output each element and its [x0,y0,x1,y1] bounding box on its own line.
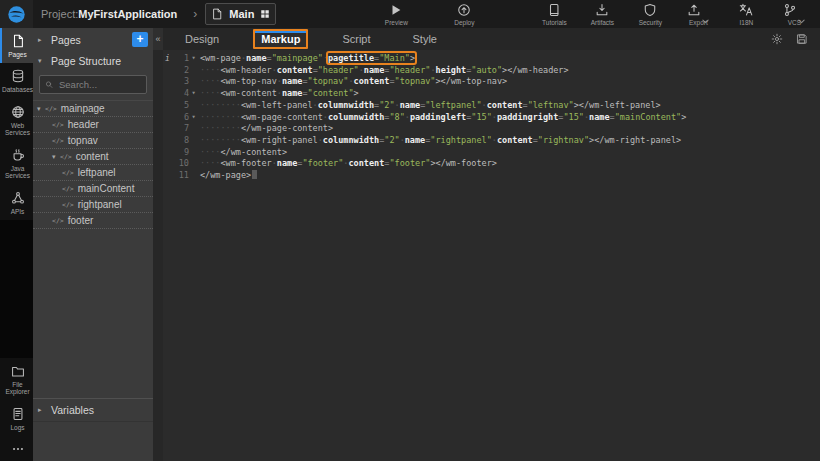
code-line[interactable]: 5········<wm-left-panel·columnwidth="2"·… [163,100,820,112]
sidebar-item-databases[interactable]: Databases [0,63,33,98]
tree-item-rightpanel[interactable]: </>rightpanel [33,197,153,213]
indent-dots: ········ [200,112,241,122]
fold-toggle-icon [189,170,198,182]
code-token: ·paddingleft [405,112,466,122]
sidebar-item-file-explorer[interactable]: File Explorer [0,358,33,401]
action-label: Deploy [454,19,474,26]
code-text: ····<wm-footer·name="footer"·content="fo… [200,158,497,170]
code-line[interactable]: 7········</wm-page-content> [163,123,820,135]
sidebar-item-logs[interactable]: Logs [0,401,33,436]
code-line[interactable]: 4▾····<wm-content·name="content"> [163,88,820,100]
action-icon-row [595,3,609,17]
code-text: ····<wm-header·content="header"·name="he… [200,65,569,77]
sidebar-item-apis[interactable]: APIs [0,185,33,220]
wavemaker-logo[interactable] [0,0,33,28]
whitespace-dot: · [272,65,277,75]
markup-code-editor[interactable]: i1▾<wm-page·name="mainpage"·pagetitle="M… [163,50,820,461]
action-artifacts[interactable]: Artifacts [582,3,622,26]
grid-icon[interactable] [260,9,270,19]
action-preview[interactable]: Preview [368,3,424,26]
play-icon [389,3,403,17]
tree-item-leftpanel[interactable]: </>leftpanel [33,165,153,181]
action-deploy[interactable]: Deploy [436,3,492,26]
gutter-info-icon [163,88,172,100]
code-token: "8" [389,112,404,122]
code-text: ····</wm-content> [200,147,287,159]
markup-settings-gear-icon[interactable] [771,33,783,45]
whitespace-dot: · [492,135,497,145]
action-security[interactable]: Security [630,3,670,26]
whitespace-dot: · [272,158,277,168]
action-label: I18N [740,19,754,26]
structure-search[interactable] [39,75,147,94]
tutorials-icon [547,3,561,17]
expanded-triangle-icon[interactable]: ▾ [52,153,60,161]
tree-item-topnav[interactable]: </>topnav [33,133,153,149]
project-title: Project:MyFirstApplication [41,8,177,20]
artifacts-download-icon [595,3,609,17]
tree-item-mainpage[interactable]: ▾</>mainpage [33,101,153,117]
line-number: 6 [172,112,189,124]
fold-toggle-icon[interactable]: ▾ [189,53,198,65]
sidebar-item-web-services[interactable]: Web Services [0,99,33,142]
collapse-panel-button[interactable]: « [153,28,163,50]
page-structure-header[interactable]: ▾ Page Structure [33,51,153,71]
action-vcs[interactable]: VCS [774,3,814,26]
sidebar-item-label: Pages [2,51,33,58]
code-token: <wm-top-nav [220,76,276,86]
gutter-info-icon [163,123,172,135]
code-token: <wm-page-content [241,112,323,122]
code-line[interactable]: 11</wm-page> [163,170,820,182]
tree-item-header[interactable]: </>header [33,117,153,133]
code-line[interactable]: 2····<wm-header·content="header"·name="h… [163,65,820,77]
fold-toggle-icon [189,135,198,147]
java-services-icon [11,148,25,162]
tab-style[interactable]: Style [405,29,445,49]
breadcrumb-chevron-icon: › [193,7,197,21]
variables-section-header[interactable]: ▸ Variables [33,398,153,422]
tab-design[interactable]: Design [177,29,227,49]
action-icon-row [687,3,709,17]
code-token: ·name [584,112,610,122]
sidebar-item-java-services[interactable]: Java Services [0,142,33,185]
pages-panel: ▸ Pages + ▾ Page Structure ▾</>mainpage<… [33,28,153,461]
page-selector[interactable]: Main [205,3,276,25]
code-token: "Main" [379,53,410,63]
tree-item-footer[interactable]: </>footer [33,213,153,229]
action-tutorials[interactable]: Tutorials [526,3,582,26]
fold-toggle-icon[interactable]: ▾ [189,88,198,100]
tree-item-content[interactable]: ▾</>content [33,149,153,165]
code-line[interactable]: i1▾<wm-page·name="mainpage"·pagetitle="M… [163,53,820,65]
whitespace-dot: · [584,112,589,122]
editor-tab-bar: DesignMarkupScriptStyle [163,28,820,50]
tab-markup[interactable]: Markup [253,29,308,49]
code-token: ·content [492,135,533,145]
code-line[interactable]: 3····<wm-top-nav·name="topnav"·content="… [163,76,820,88]
code-line[interactable]: 9····</wm-content> [163,147,820,159]
code-token: <wm-header [220,65,271,75]
sidebar-item-pages[interactable]: Pages [0,28,33,63]
line-number: 11 [172,170,189,182]
add-page-button[interactable]: + [132,32,148,47]
tab-script[interactable]: Script [334,29,378,49]
expanded-triangle-icon[interactable]: ▾ [37,105,45,113]
whitespace-dot: · [313,100,318,110]
pages-section-header[interactable]: ▸ Pages + [33,28,153,51]
code-line[interactable]: 8········<wm-right-panel·columnwidth="2"… [163,135,820,147]
code-token: ·name [400,135,426,145]
save-icon[interactable] [796,33,808,45]
search-input[interactable] [57,78,141,91]
code-line[interactable]: 6▾········<wm-page-content·columnwidth="… [163,112,820,124]
sidebar-item-more[interactable] [0,436,33,461]
code-token: <wm-content [220,88,276,98]
code-token: ·name [359,65,385,75]
action-export[interactable]: Export [678,3,718,26]
code-tag-icon: </> [60,153,72,161]
line-number: 1 [172,53,189,65]
expanded-triangle-icon: ▾ [38,57,46,65]
code-line[interactable]: 10····<wm-footer·name="footer"·content="… [163,158,820,170]
fold-toggle-icon[interactable]: ▾ [189,112,198,124]
tree-item-maincontent[interactable]: </>mainContent [33,181,153,197]
fold-toggle-icon [189,123,198,135]
action-i18n[interactable]: I18N [726,3,766,26]
